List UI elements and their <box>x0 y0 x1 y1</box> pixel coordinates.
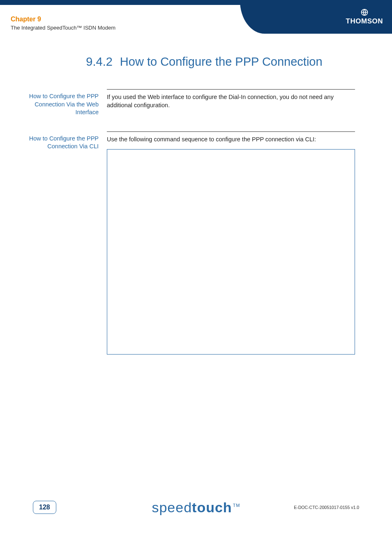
cli-code-box <box>107 149 355 355</box>
side-label-web: How to Configure the PPP Connection Via … <box>29 89 107 117</box>
logo-light: speed <box>152 500 192 515</box>
body-text-cli: Use the following command sequence to co… <box>107 135 355 143</box>
thomson-brand: THOMSON <box>346 8 383 25</box>
thomson-logo-icon <box>346 8 383 18</box>
title-text: How to Configure the PPP Connection <box>120 55 323 68</box>
page-header: THOMSON Chapter 9 The Integrated SpeedTo… <box>0 5 392 34</box>
chapter-subtitle: The Integrated SpeedTouch™ ISDN Modem <box>11 25 115 31</box>
side-label-cli: How to Configure the PPP Connection Via … <box>29 131 107 355</box>
page-number: 128 <box>33 501 56 514</box>
speedtouch-logo: speedtouchTM <box>152 500 240 516</box>
chapter-label: Chapter 9 <box>11 16 115 23</box>
logo-tm: TM <box>233 503 240 508</box>
thomson-text: THOMSON <box>346 17 383 25</box>
chapter-block: Chapter 9 The Integrated SpeedTouch™ ISD… <box>11 16 115 31</box>
divider <box>107 131 355 132</box>
title-number: 9.4.2 <box>86 55 113 68</box>
page-footer: 128 speedtouchTM E-DOC-CTC-20051017-0155… <box>0 501 392 514</box>
body-col-web: If you used the Web interface to configu… <box>107 89 355 117</box>
logo-bold: touch <box>192 500 232 515</box>
divider <box>107 89 355 90</box>
page-title: 9.4.2How to Configure the PPP Connection <box>0 55 392 69</box>
doc-reference: E-DOC-CTC-20051017-0155 v1.0 <box>294 505 359 510</box>
content-area: How to Configure the PPP Connection Via … <box>0 89 392 355</box>
body-col-cli: Use the following command sequence to co… <box>107 131 355 355</box>
body-text-web: If you used the Web interface to configu… <box>107 93 355 110</box>
section-cli: How to Configure the PPP Connection Via … <box>29 131 355 355</box>
section-web-interface: How to Configure the PPP Connection Via … <box>29 89 355 117</box>
